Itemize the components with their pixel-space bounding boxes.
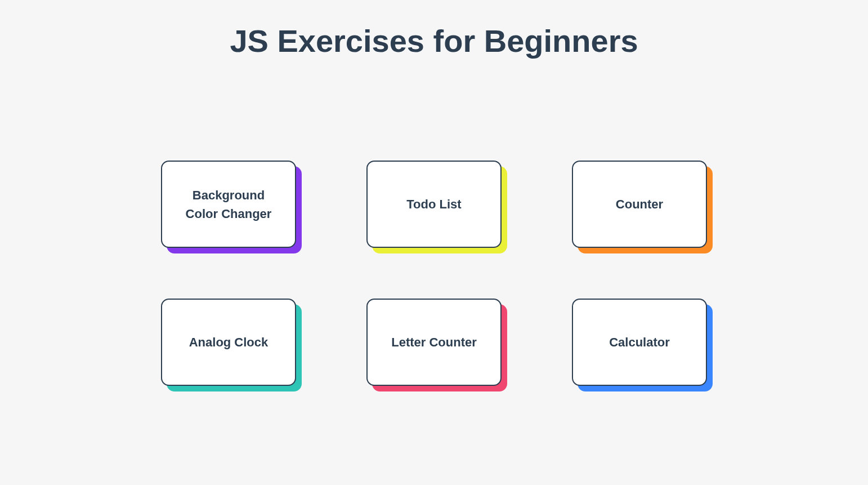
card-title: Background Color Changer [176, 186, 281, 223]
card-title: Todo List [406, 195, 461, 213]
card-front: Todo List [366, 161, 502, 248]
card-todo-list[interactable]: Todo List [366, 161, 502, 248]
card-analog-clock[interactable]: Analog Clock [161, 299, 296, 386]
cards-grid: Background Color Changer Todo List Count… [161, 161, 707, 386]
card-letter-counter[interactable]: Letter Counter [366, 299, 502, 386]
card-front: Background Color Changer [161, 161, 296, 248]
card-title: Analog Clock [189, 333, 269, 351]
card-title: Letter Counter [391, 333, 477, 351]
card-front: Counter [572, 161, 707, 248]
card-title: Counter [616, 195, 663, 213]
card-front: Analog Clock [161, 299, 296, 386]
card-background-color-changer[interactable]: Background Color Changer [161, 161, 296, 248]
card-front: Calculator [572, 299, 707, 386]
page-title: JS Exercises for Beginners [230, 23, 638, 59]
card-title: Calculator [609, 333, 670, 351]
card-counter[interactable]: Counter [572, 161, 707, 248]
card-front: Letter Counter [366, 299, 502, 386]
card-calculator[interactable]: Calculator [572, 299, 707, 386]
